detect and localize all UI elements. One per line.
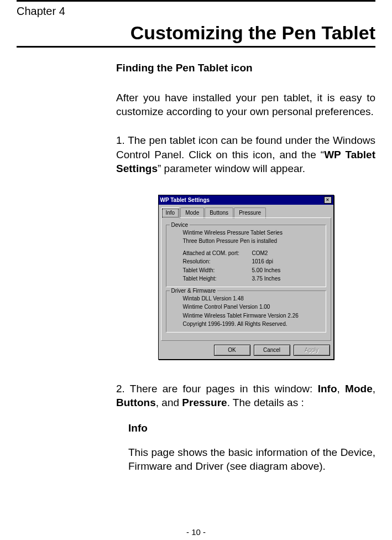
width-label: Tablet Width: <box>183 267 252 274</box>
step-2-tail: . The details as : <box>227 397 304 408</box>
dialog-screenshot: WP Tablet Settings × Info Mode Buttons P… <box>116 195 375 360</box>
step-2-b2: Mode <box>345 383 373 394</box>
ok-button[interactable]: OK <box>214 345 250 356</box>
info-subheading: Info <box>128 421 375 435</box>
driver-line-1: Wintab DLL Version 1.48 <box>171 294 321 303</box>
step-2-sep3: , and <box>156 397 182 408</box>
tab-panel: Device Wintime Wireless Pressure Tablet … <box>161 217 331 341</box>
step-2-sep2: , <box>373 383 375 394</box>
port-row: Attached at COM. port: COM2 <box>171 249 321 258</box>
driver-group-title: Driver & Firmware <box>170 287 218 295</box>
width-row: Tablet Width: 5.00 Inches <box>171 266 321 275</box>
device-line-2: Three Button Pressure Pen is installed <box>171 237 321 246</box>
driver-group: Driver & Firmware Wintab DLL Version 1.4… <box>166 290 326 333</box>
driver-line-3: Wintime Wireless Tablet Firmware Version… <box>171 311 321 320</box>
step-2-b1: Info <box>318 383 337 394</box>
section-heading: Finding the Pen Tablet icon <box>116 61 375 75</box>
title-horizontal-rule <box>17 46 375 48</box>
width-value: 5.00 Inches <box>252 267 281 274</box>
device-group-title: Device <box>170 221 190 229</box>
step-2-sep1: , <box>337 383 346 394</box>
resolution-label: Resolution: <box>183 258 252 266</box>
apply-button[interactable]: Apply <box>294 345 330 356</box>
step-2-b3: Buttons <box>116 397 156 408</box>
dialog-title: WP Tablet Settings <box>160 196 210 204</box>
driver-line-2: Wintime Control Panel Version 1.00 <box>171 303 321 311</box>
intro-paragraph: After you have installed your pen tablet… <box>116 91 375 119</box>
port-value: COM2 <box>252 250 268 257</box>
wp-tablet-settings-dialog: WP Tablet Settings × Info Mode Buttons P… <box>158 195 334 360</box>
step-2: 2. There are four pages in this window: … <box>116 382 375 410</box>
driver-line-4: Copyright 1996-1999. All Rights Reserved… <box>171 320 321 329</box>
chapter-label: Chapter 4 <box>0 2 392 18</box>
height-value: 3.75 Inches <box>252 275 281 283</box>
device-group: Device Wintime Wireless Pressure Tablet … <box>166 225 326 287</box>
step-2-lead: 2. There are four pages in this window: <box>116 383 318 394</box>
device-line-1: Wintime Wireless Pressure Tablet Series <box>171 229 321 237</box>
info-paragraph: This page shows the basic information of… <box>116 445 375 474</box>
resolution-value: 1016 dpi <box>252 258 273 266</box>
resolution-row: Resolution: 1016 dpi <box>171 257 321 266</box>
page-number: - 10 - <box>0 527 392 537</box>
step-1-tail: ” parameter window will appear. <box>158 163 305 174</box>
dialog-button-row: OK Cancel Apply <box>159 341 333 359</box>
cancel-button[interactable]: Cancel <box>254 345 290 356</box>
tab-info[interactable]: Info <box>161 207 180 219</box>
height-row: Tablet Height: 3.75 Inches <box>171 274 321 283</box>
close-button[interactable]: × <box>324 196 332 204</box>
dialog-titlebar[interactable]: WP Tablet Settings × <box>159 195 333 205</box>
height-label: Tablet Height: <box>183 275 252 283</box>
port-label: Attached at COM. port: <box>183 250 252 257</box>
step-2-b4: Pressure <box>182 397 227 408</box>
tab-strip: Info Mode Buttons Pressure <box>159 205 333 218</box>
page-title: Customizing the Pen Tablet <box>0 18 392 46</box>
step-1: 1. The pen tablet icon can be found unde… <box>116 133 375 176</box>
